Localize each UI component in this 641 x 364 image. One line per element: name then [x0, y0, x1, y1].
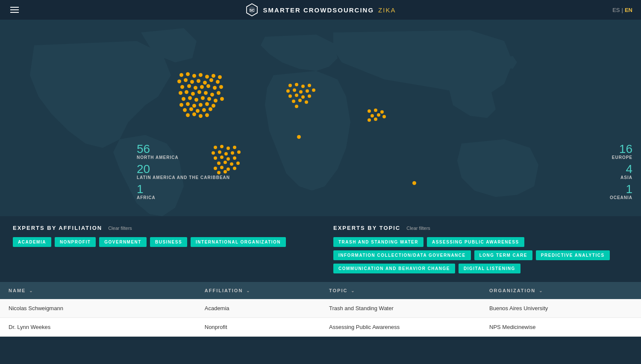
affiliation-filter-title: EXPERTS BY AFFILIATION Clear filters [13, 225, 308, 231]
north-america-cluster: (function(){ const c = document.currentS… [175, 69, 222, 116]
europe-label: EUROPE [610, 155, 632, 160]
table-row[interactable]: Dr. Lynn Weekes Nonprofit Assessing Publ… [0, 318, 641, 337]
cell-name: Nicolas Schweigmann [0, 299, 196, 317]
cell-topic: Trash and Standing Water [320, 299, 481, 317]
table-body: Nicolas Schweigmann Academia Trash and S… [0, 299, 641, 337]
topic-filter-title: EXPERTS BY TOPIC Clear filters [333, 225, 628, 231]
topic-title-text: EXPERTS BY TOPIC [333, 225, 400, 231]
affiliation-tag[interactable]: NONPROFIT [55, 237, 96, 247]
oceania-label: OCEANIA [610, 195, 632, 200]
map-svg [0, 20, 641, 216]
affiliation-tag[interactable]: GOVERNMENT [99, 237, 147, 247]
north-america-count: 56 [137, 143, 230, 155]
asia-count: 4 [610, 163, 632, 175]
lang-separator: | [622, 7, 623, 13]
th-name-sort-icon: ⌄ [29, 288, 33, 293]
topic-tag[interactable]: ASSESSING PUBLIC AWARENESS [427, 237, 524, 247]
site-subtitle: ZIKA [378, 6, 396, 14]
header-left [9, 5, 21, 15]
affiliation-tags: ACADEMIANONPROFITGOVERNMENTBUSINESSINTER… [13, 237, 308, 247]
affiliation-title-text: EXPERTS BY AFFILIATION [13, 225, 102, 231]
experts-table: NAME ⌄ AFFILIATION ⌄ TOPIC ⌄ ORGANIZATIO… [0, 282, 641, 337]
table-header: NAME ⌄ AFFILIATION ⌄ TOPIC ⌄ ORGANIZATIO… [0, 282, 641, 299]
cell-organization: Buenos Aires University [481, 299, 641, 317]
header: SC SMARTER CROWDSOURCING ZIKA ES | EN [0, 0, 641, 20]
europe-cluster: (function(){ const c = document.currentS… [284, 82, 314, 107]
cell-affiliation: Academia [196, 299, 320, 317]
world-map: (function(){ const c = document.currentS… [0, 20, 641, 216]
africa-dot [297, 135, 301, 139]
language-selector: ES | EN [612, 7, 632, 13]
lang-en-button[interactable]: EN [625, 7, 632, 13]
topic-tag[interactable]: COMMUNICATION AND BEHAVIOR CHANGE [333, 264, 455, 273]
topic-tag[interactable]: LONG TERM CARE [474, 250, 532, 260]
topic-tag[interactable]: PREDICTIVE ANALYTICS [536, 250, 610, 260]
lang-es-button[interactable]: ES [612, 7, 620, 13]
asia-label: ASIA [610, 175, 632, 180]
oceania-count: 1 [610, 183, 632, 195]
north-america-stat: 56 NORTH AMERICA [137, 143, 230, 160]
region-stats-left: 56 NORTH AMERICA 20 LATIN AMERICA AND TH… [137, 143, 230, 203]
latin-america-stat: 20 LATIN AMERICA AND THE CARIBBEAN [137, 163, 230, 180]
topic-filter-group: EXPERTS BY TOPIC Clear filters TRASH AND… [333, 225, 628, 273]
topic-tag[interactable]: INFORMATION COLLECTION/DATA GOVERNANCE [333, 250, 471, 260]
affiliation-filter-group: EXPERTS BY AFFILIATION Clear filters ACA… [13, 225, 308, 273]
topic-tag[interactable]: DIGITAL LISTENING [459, 264, 520, 273]
th-organization-label: ORGANIZATION [489, 288, 535, 293]
oceania-stat: 1 OCEANIA [610, 183, 632, 200]
th-affiliation-label: AFFILIATION [205, 288, 243, 293]
latin-america-count: 20 [137, 163, 230, 175]
th-organization-sort-icon: ⌄ [539, 288, 543, 293]
affiliation-tag[interactable]: ACADEMIA [13, 237, 51, 247]
cell-topic: Assessing Public Awareness [320, 318, 481, 336]
site-title: SMARTER CROWDSOURCING [263, 6, 374, 14]
africa-count: 1 [137, 183, 230, 195]
europe-stat: 16 EUROPE [610, 143, 632, 160]
th-affiliation[interactable]: AFFILIATION ⌄ [196, 282, 320, 299]
cell-name: Dr. Lynn Weekes [0, 318, 196, 336]
region-stats-right: 16 EUROPE 4 ASIA 1 OCEANIA [610, 143, 632, 203]
table-row[interactable]: Nicolas Schweigmann Academia Trash and S… [0, 299, 641, 318]
filters-section: EXPERTS BY AFFILIATION Clear filters ACA… [0, 216, 641, 282]
logo-icon: SC [245, 3, 259, 17]
asia-cluster: (function(){ const c = document.currentS… [365, 107, 385, 122]
th-name-label: NAME [9, 288, 26, 293]
topic-tag[interactable]: TRASH AND STANDING WATER [333, 237, 423, 247]
th-topic-label: TOPIC [329, 288, 347, 293]
affiliation-tag[interactable]: INTERNATIONAL ORGANIZATION [191, 237, 286, 247]
header-center: SC SMARTER CROWDSOURCING ZIKA [245, 3, 396, 17]
africa-stat: 1 AFRICA [137, 183, 230, 200]
europe-count: 16 [610, 143, 632, 155]
latin-america-label: LATIN AMERICA AND THE CARIBBEAN [137, 175, 230, 180]
th-affiliation-sort-icon: ⌄ [246, 288, 250, 293]
th-topic-sort-icon: ⌄ [351, 288, 355, 293]
asia-dot [412, 181, 416, 185]
north-america-label: NORTH AMERICA [137, 155, 230, 160]
th-organization[interactable]: ORGANIZATION ⌄ [481, 282, 641, 299]
africa-label: AFRICA [137, 195, 230, 200]
svg-text:SC: SC [249, 8, 255, 12]
th-name[interactable]: NAME ⌄ [0, 282, 196, 299]
cell-organization: NPS Medicinewise [481, 318, 641, 336]
menu-button[interactable] [9, 5, 21, 15]
cell-affiliation: Nonprofit [196, 318, 320, 336]
topic-tags: TRASH AND STANDING WATERASSESSING PUBLIC… [333, 237, 628, 273]
affiliation-tag[interactable]: BUSINESS [150, 237, 187, 247]
asia-stat: 4 ASIA [610, 163, 632, 180]
topic-clear-button[interactable]: Clear filters [406, 226, 430, 231]
th-topic[interactable]: TOPIC ⌄ [320, 282, 481, 299]
affiliation-clear-button[interactable]: Clear filters [108, 226, 132, 231]
